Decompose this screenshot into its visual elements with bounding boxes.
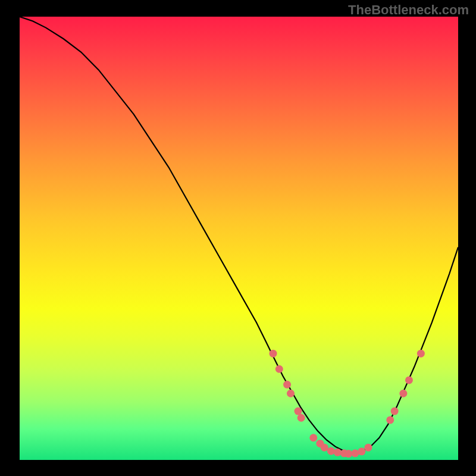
scatter-point (287, 390, 295, 397)
scatter-point (309, 434, 317, 441)
scatter-point (327, 447, 335, 455)
scatter-point (391, 408, 399, 415)
curve-layer (20, 17, 458, 460)
scatter-point (321, 444, 328, 452)
plot-area (20, 17, 458, 460)
scatter-point (295, 408, 302, 415)
scatter-point (358, 447, 365, 455)
scatter-point (345, 450, 352, 458)
bottleneck-curve-line (20, 17, 458, 453)
watermark-text: TheBottleneck.com (348, 2, 469, 18)
scatter-point (364, 444, 372, 452)
scatter-points-group (269, 350, 424, 458)
scatter-point (275, 365, 283, 373)
scatter-point (399, 390, 407, 397)
scatter-point (334, 449, 342, 456)
scatter-point (405, 376, 413, 384)
scatter-point (298, 414, 305, 422)
scatter-point (351, 449, 359, 457)
chart-container: TheBottleneck.com (0, 0, 476, 476)
scatter-point (283, 381, 291, 389)
scatter-point (269, 350, 277, 358)
scatter-point (417, 350, 425, 358)
scatter-point (386, 416, 394, 424)
